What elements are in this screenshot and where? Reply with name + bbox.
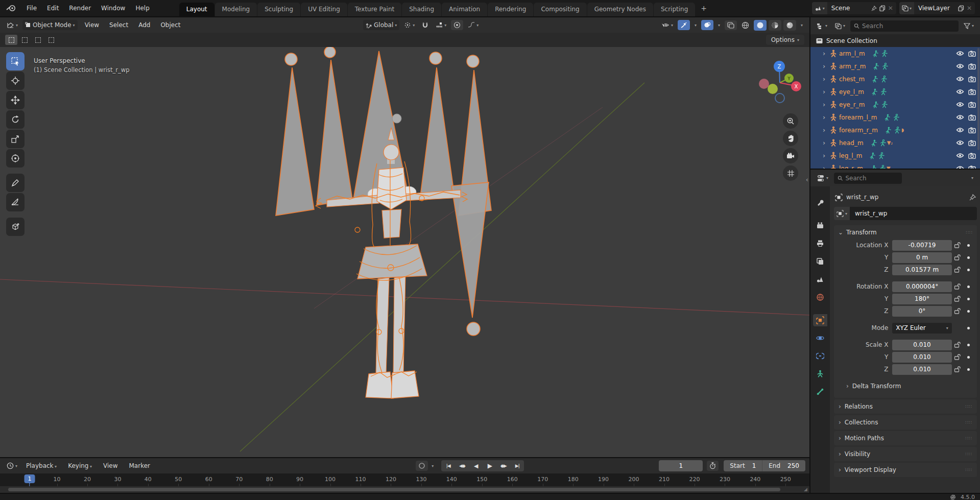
hide-eye-icon[interactable] xyxy=(956,153,964,158)
add-workspace-button[interactable]: + xyxy=(696,2,712,15)
floating-sphere[interactable] xyxy=(392,114,401,123)
hide-eye-icon[interactable] xyxy=(956,165,964,169)
expand-arrow-icon[interactable]: › xyxy=(823,113,830,121)
timeline-menu-playback[interactable]: Playback ▾ xyxy=(21,460,62,471)
region-collapse-icon[interactable]: ‹ xyxy=(806,176,808,183)
armature-data-icon[interactable] xyxy=(881,63,888,70)
gizmo-neg-y[interactable] xyxy=(768,84,778,94)
panel-drag-grip-icon[interactable]: ∷∷ xyxy=(966,420,972,425)
workspace-tab-modeling[interactable]: Modeling xyxy=(215,3,257,16)
animate-property-dot[interactable] xyxy=(963,285,974,288)
viewport-menu-add[interactable]: Add xyxy=(133,19,155,31)
properties-search[interactable] xyxy=(834,173,902,184)
workspace-tab-layout[interactable]: Layout xyxy=(179,3,214,16)
pose-icon[interactable] xyxy=(871,88,878,96)
pivot-point-dropdown[interactable]: ▾ xyxy=(401,20,417,30)
lock-icon[interactable] xyxy=(952,254,963,261)
pose-icon[interactable] xyxy=(869,152,876,159)
lock-icon[interactable] xyxy=(952,266,963,273)
disable-render-camera-icon[interactable] xyxy=(968,63,976,69)
mode-selector[interactable]: Object Mode ▾ xyxy=(22,20,78,30)
animate-property-dot[interactable] xyxy=(963,327,974,329)
lock-icon[interactable] xyxy=(952,366,963,373)
breadcrumb-object-name[interactable]: wrist_r_wp xyxy=(846,194,878,201)
outliner-item-label[interactable]: arm_l_m xyxy=(839,50,865,57)
disable-render-camera-icon[interactable] xyxy=(968,102,976,108)
panel-visibility[interactable]: › Visibility ∷∷ xyxy=(834,447,977,461)
transform-tool-button[interactable] xyxy=(6,149,25,168)
transform-value-field[interactable]: 0.010 ▾ xyxy=(892,340,951,350)
select-box-tool-button[interactable] xyxy=(6,52,25,70)
cursor-tool-button[interactable] xyxy=(6,72,25,90)
outliner-item-label[interactable]: leg_l_m xyxy=(839,152,862,159)
armature-data-icon[interactable] xyxy=(881,50,888,57)
armature-data-icon[interactable] xyxy=(878,152,885,159)
current-frame-field[interactable]: 1 xyxy=(659,460,703,471)
hide-eye-icon[interactable] xyxy=(956,89,964,94)
disable-render-camera-icon[interactable] xyxy=(968,165,976,169)
armature-data-icon[interactable] xyxy=(880,76,887,83)
menu-file[interactable]: File xyxy=(21,3,42,14)
outliner-item-eye-r-m[interactable]: › eye_r_m xyxy=(810,98,980,111)
outliner-item-label[interactable]: eye_r_m xyxy=(839,101,865,108)
lock-icon[interactable] xyxy=(952,307,963,315)
snapping-dropdown[interactable]: ▾ xyxy=(433,20,449,30)
options-button[interactable]: Options ▾ xyxy=(766,35,804,45)
workspace-tab-geometry-nodes[interactable]: Geometry Nodes xyxy=(587,3,653,16)
transform-value-field[interactable]: 0.000004° ▾ xyxy=(892,281,951,292)
toggle-projection-button[interactable] xyxy=(783,165,798,181)
object-name-input[interactable] xyxy=(850,207,977,220)
new-viewlayer-icon[interactable] xyxy=(958,5,964,11)
workspace-tab-rendering[interactable]: Rendering xyxy=(488,3,533,16)
end-frame-field[interactable]: End 250 xyxy=(762,460,805,471)
current-frame-marker[interactable]: 1 xyxy=(25,474,35,483)
panel-drag-grip-icon[interactable]: ∷∷ xyxy=(966,467,972,472)
animate-property-dot[interactable] xyxy=(963,344,974,346)
pan-hand-button[interactable] xyxy=(783,131,798,146)
panel-drag-grip-icon[interactable]: ∷∷ xyxy=(966,451,972,457)
timeline-menu-view[interactable]: View xyxy=(98,460,123,471)
gizmo-neg-x[interactable] xyxy=(759,79,769,89)
select-mode-subtract-icon[interactable] xyxy=(32,35,44,45)
panel-relations[interactable]: › Relations ∷∷ xyxy=(834,399,977,414)
shading-solid-button[interactable] xyxy=(754,20,767,31)
outliner-item-label[interactable]: forearm_l_m xyxy=(839,114,877,121)
scale-tool-button[interactable] xyxy=(6,130,25,148)
auto-keying-toggle[interactable] xyxy=(416,461,428,471)
properties-search-input[interactable] xyxy=(845,175,898,182)
workspace-tab-animation[interactable]: Animation xyxy=(442,3,487,16)
disable-render-camera-icon[interactable] xyxy=(968,114,976,121)
properties-editor-type-button[interactable]: ▾ xyxy=(815,173,831,183)
expand-arrow-icon[interactable]: › xyxy=(823,62,830,70)
outliner-item-label[interactable]: forearm_r_m xyxy=(839,127,878,134)
pose-icon[interactable] xyxy=(872,76,878,83)
disable-render-camera-icon[interactable] xyxy=(968,140,976,146)
workspace-tab-uv-editing[interactable]: UV Editing xyxy=(301,3,347,16)
gizmo-neg-z[interactable] xyxy=(775,93,784,103)
armature-data-icon[interactable] xyxy=(880,88,887,96)
outliner-scrollbar[interactable] xyxy=(977,48,979,150)
timeline-scrollbar[interactable] xyxy=(8,488,780,491)
outliner-item-label[interactable]: eye_l_m xyxy=(839,88,864,96)
viewport-menu-select[interactable]: Select xyxy=(104,19,133,31)
animate-property-dot[interactable] xyxy=(963,356,974,359)
properties-options-dropdown[interactable]: ▾ xyxy=(969,174,976,182)
outliner-item-label[interactable]: chest_m xyxy=(839,76,865,83)
properties-tab-view-layer[interactable] xyxy=(813,255,827,268)
lock-icon[interactable] xyxy=(952,353,963,361)
blender-logo-icon[interactable] xyxy=(6,5,16,12)
remove-viewlayer-icon[interactable]: ✕ xyxy=(967,5,972,12)
panel-drag-grip-icon[interactable]: ∷∷ xyxy=(966,436,972,441)
delta-transform-panel[interactable]: › Delta Transform xyxy=(834,379,977,393)
shading-rendered-button[interactable] xyxy=(783,20,796,31)
shading-material-button[interactable] xyxy=(769,20,781,31)
menu-window[interactable]: Window xyxy=(96,3,130,14)
pose-icon[interactable] xyxy=(870,165,877,169)
hide-eye-icon[interactable] xyxy=(956,51,964,56)
select-mode-extend-icon[interactable] xyxy=(18,35,31,45)
workspace-tab-shading[interactable]: Shading xyxy=(402,3,441,16)
xray-toggle[interactable] xyxy=(725,20,737,30)
measure-tool-button[interactable] xyxy=(6,193,25,211)
shading-dropdown[interactable]: ▾ xyxy=(798,21,805,29)
hide-eye-icon[interactable] xyxy=(956,63,964,69)
